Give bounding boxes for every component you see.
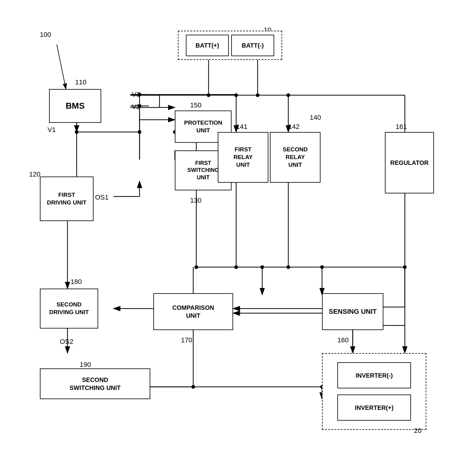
ref-150-label: 150: [190, 101, 202, 109]
batt-neg-block: BATT(-): [231, 35, 274, 56]
second-switching-block: SECONDSWITCHING UNIT: [40, 368, 150, 399]
v1-label: V1: [48, 126, 56, 134]
diagram: 100 10 BATT(+) BATT(-) BMS 110 V3 V2 V1 …: [0, 0, 476, 459]
svg-line-64: [57, 45, 66, 89]
comparison-block: COMPARISONUNIT: [153, 293, 233, 330]
svg-point-6: [207, 93, 210, 97]
v3-label: V3: [132, 91, 140, 99]
ref-161-label: 161: [396, 123, 407, 131]
inverter-group: INVERTER(-) INVERTER(+): [322, 353, 426, 430]
os1-label: OS1: [95, 193, 109, 201]
second-driving-block: SECONDDRIVING UNIT: [40, 289, 98, 329]
regulator-block: REGULATOR: [385, 132, 434, 193]
ref-180-label: 180: [71, 278, 82, 286]
inverter-pos-block: INVERTER(+): [337, 395, 411, 421]
ref-100-label: 100: [40, 31, 51, 39]
ref-120-label: 120: [29, 170, 40, 178]
svg-point-25: [286, 93, 290, 97]
ref-160-label: 160: [337, 336, 349, 344]
first-driving-block: FIRSTDRIVING UNIT: [40, 177, 94, 221]
battery-group: BATT(+) BATT(-): [178, 31, 282, 60]
sensing-block: SENSING UNIT: [322, 293, 383, 330]
v2-label: V2: [132, 103, 140, 111]
ref-130-label: 130: [190, 196, 202, 204]
ref-20-label: 20: [414, 427, 421, 435]
ref-140-label: 140: [310, 114, 321, 122]
first-relay-block: FIRSTRELAYUNIT: [218, 132, 268, 183]
ref-142-label: 142: [288, 123, 300, 131]
inverter-neg-block: INVERTER(-): [337, 362, 411, 388]
second-relay-block: SECONDRELAYUNIT: [270, 132, 321, 183]
ref-170-label: 170: [181, 336, 192, 344]
svg-point-35: [260, 265, 264, 269]
ref-190-label: 190: [80, 361, 91, 369]
bms-block: BMS: [49, 89, 101, 123]
svg-point-63: [191, 385, 195, 389]
ref-141-label: 141: [236, 123, 248, 131]
batt-pos-block: BATT(+): [186, 35, 229, 56]
svg-point-8: [256, 93, 259, 97]
os2-label: OS2: [60, 338, 73, 346]
svg-point-23: [234, 93, 238, 97]
ref-110-label: 110: [75, 78, 86, 86]
